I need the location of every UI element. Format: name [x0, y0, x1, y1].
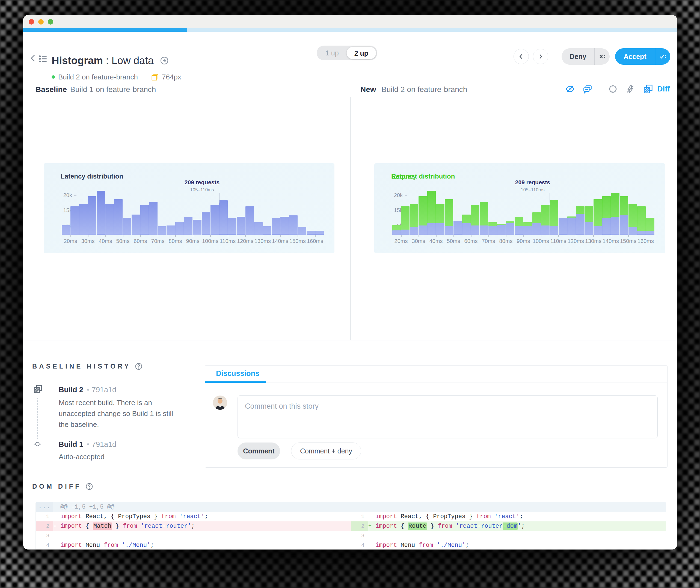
chevron-left-icon [518, 53, 525, 60]
histogram-bar [298, 227, 306, 235]
code-token: ; [520, 513, 523, 520]
code-token: './Menu' [437, 542, 465, 549]
comment-input[interactable] [238, 395, 658, 438]
histogram-bar-baseline [594, 226, 602, 235]
code-line: 1import React, { PropTypes } from 'react… [36, 512, 351, 521]
close-window-button[interactable] [29, 19, 34, 25]
code-token: ; [150, 542, 154, 549]
x-axis-tick [401, 235, 402, 237]
discussions-tabrow: Discussions [205, 366, 667, 382]
build-progress-bar [23, 28, 677, 32]
histogram-bar [149, 202, 158, 235]
histogram-bin [611, 163, 619, 235]
histogram-bin [480, 163, 488, 235]
annotation-sublabel: 105–110ms [503, 187, 563, 193]
line-number: 2 [36, 521, 53, 531]
histogram-bar-baseline [480, 225, 488, 235]
histogram-bin [140, 163, 149, 235]
accept-all-button[interactable] [655, 48, 670, 65]
code-token: from [438, 523, 456, 530]
histogram-bar [132, 215, 140, 235]
deny-all-button[interactable] [594, 48, 610, 65]
histogram-bin [97, 163, 105, 235]
histogram-bar-baseline [637, 231, 646, 235]
histogram-bin [245, 163, 254, 235]
build-title: Build 1 [59, 440, 83, 449]
histogram-bar-baseline [611, 217, 619, 235]
code-text: import React, { PropTypes } from 'react'… [375, 513, 523, 520]
build-label: Build 2 on feature-branch [58, 73, 138, 81]
histogram-bin [594, 163, 602, 235]
new-build-label: Build 2 on feature-branch [381, 85, 467, 94]
x-axis-tick [245, 235, 246, 237]
focus-target-icon[interactable] [608, 84, 618, 94]
compare-header: Baseline Build 1 on feature-branch New B… [23, 82, 677, 97]
histogram-bar-baseline [436, 223, 444, 235]
annotation-label: 209 requests [172, 179, 232, 186]
hunk-header-row: ... @@ -1,5 +1,5 @@ [36, 502, 666, 512]
zoom-window-button[interactable] [48, 19, 53, 25]
dot-separator [87, 443, 89, 445]
x-axis-tick [646, 235, 646, 237]
histogram-bin [167, 163, 175, 235]
open-story-arrow-icon[interactable] [160, 56, 169, 65]
x-axis-tick [70, 235, 71, 237]
histogram-bin [219, 163, 228, 235]
code-token: ; [465, 542, 469, 549]
baseline-history-heading: BASELINE HISTORY [32, 362, 143, 370]
help-icon[interactable] [135, 362, 143, 370]
previous-snapshot-button[interactable] [514, 49, 529, 64]
dot-separator [87, 389, 89, 391]
x-axis-tick-label: 160ms [635, 238, 657, 244]
x-axis-tick [436, 235, 437, 237]
histogram-bin [576, 163, 585, 235]
list-icon [38, 53, 48, 64]
minimize-window-button[interactable] [38, 19, 44, 25]
viewport-width-icon [151, 73, 159, 81]
next-snapshot-button[interactable] [533, 49, 548, 64]
histogram-bar-baseline [628, 227, 637, 235]
view-toggle-1up[interactable]: 1 up [318, 47, 346, 59]
histogram-bin [585, 163, 593, 235]
histogram-bin [523, 163, 532, 235]
histogram-bin [123, 163, 131, 235]
histogram-bin [114, 163, 123, 235]
histogram-bar [158, 226, 166, 235]
code-token: from [476, 513, 494, 520]
code-line: 3 [36, 531, 351, 541]
diff-overlay-icon[interactable] [643, 84, 653, 94]
histogram-bar-baseline [401, 230, 410, 235]
diff-toggle-label[interactable]: Diff [657, 85, 670, 93]
dom-diff-title: DOM DIFF [32, 483, 81, 490]
lightning-off-icon[interactable] [625, 84, 635, 94]
code-token: ; [191, 523, 195, 530]
tab-discussions[interactable]: Discussions [216, 369, 259, 378]
histogram-bin [532, 163, 541, 235]
hide-diffs-eye-off-icon[interactable] [565, 84, 575, 94]
histogram-bar-baseline [427, 223, 436, 235]
deny-button[interactable]: Deny [562, 48, 594, 65]
chart-annotation: 209 requests 105–110ms [503, 179, 563, 193]
comment-deny-button[interactable]: Comment + deny [291, 443, 361, 459]
line-number: 4 [351, 541, 368, 550]
histogram-bin [401, 163, 410, 235]
histogram-bin [62, 163, 70, 235]
comments-icon[interactable] [583, 84, 592, 94]
histogram-bin [149, 163, 158, 235]
code-text: import Menu from './Menu'; [60, 542, 154, 549]
view-toggle-2up[interactable]: 2 up [346, 47, 376, 59]
build-subtitle: Build 2 on feature-branch 764px [52, 72, 181, 82]
comment-button[interactable]: Comment [238, 443, 280, 459]
help-icon[interactable] [85, 482, 93, 491]
histogram-bars [62, 163, 324, 235]
story-list-button[interactable] [38, 53, 48, 64]
x-axis-tick [471, 235, 471, 237]
code-token: 'react' [494, 513, 520, 520]
compare-toolbar: Diff [565, 84, 670, 94]
histogram-plot: 20k15k5k20ms30ms40ms50ms60ms70ms80ms90ms… [392, 163, 654, 235]
histogram-bar [175, 222, 184, 235]
histogram-bar [114, 199, 123, 235]
histogram-bin [515, 163, 523, 235]
back-button[interactable] [29, 53, 38, 64]
accept-button[interactable]: Accept [615, 48, 655, 65]
